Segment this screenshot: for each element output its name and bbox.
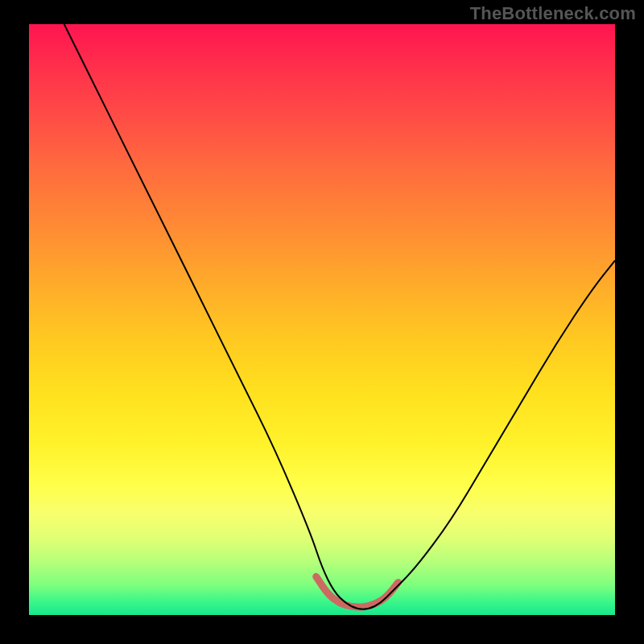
chart-frame: TheBottleneck.com: [0, 0, 644, 644]
watermark-text: TheBottleneck.com: [470, 3, 636, 24]
bottleneck-curve: [64, 24, 615, 609]
curve-layer: [29, 24, 615, 615]
plot-area: [29, 24, 615, 615]
